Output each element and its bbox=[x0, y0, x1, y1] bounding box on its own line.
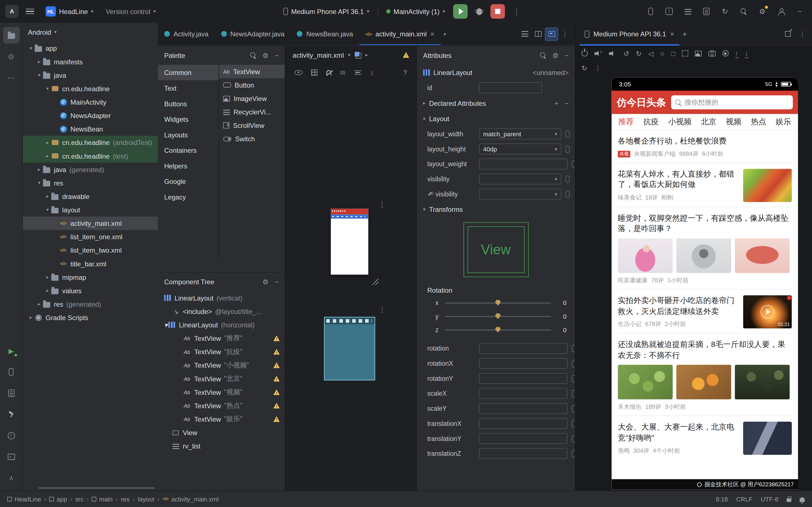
rotate-left-icon[interactable] bbox=[623, 50, 629, 57]
tree-item-textview-2[interactable]: TextView"抗疫" bbox=[158, 345, 285, 358]
debug-button[interactable] bbox=[472, 4, 486, 19]
power-icon[interactable] bbox=[581, 50, 588, 57]
project-view-selector[interactable]: Android bbox=[23, 23, 158, 41]
blueprint-menu-icon[interactable] bbox=[378, 305, 386, 314]
code-mode-button[interactable] bbox=[518, 27, 531, 41]
record-icon[interactable] bbox=[722, 50, 728, 57]
app-tab-beijing[interactable]: 北京 bbox=[701, 117, 716, 126]
hide-icon[interactable] bbox=[565, 52, 569, 59]
tools-attribute-icon[interactable] bbox=[566, 145, 570, 153]
palette-item-imageview[interactable]: ImageView bbox=[219, 92, 285, 105]
project-item-drawable[interactable]: drawable bbox=[23, 190, 158, 203]
palette-category-layouts[interactable]: Layouts bbox=[158, 127, 219, 143]
more-actions-icon[interactable] bbox=[509, 4, 524, 19]
hide-icon[interactable] bbox=[275, 52, 278, 59]
tools-attribute-icon[interactable] bbox=[572, 375, 575, 382]
tree-item-textview-7[interactable]: TextView"娱乐" bbox=[158, 412, 285, 426]
version-control-tool-icon[interactable] bbox=[3, 470, 19, 486]
more-icon[interactable] bbox=[595, 64, 601, 72]
help-icon[interactable] bbox=[403, 68, 407, 76]
close-icon[interactable] bbox=[431, 30, 434, 38]
tree-item-textview-4[interactable]: TextView"北京" bbox=[158, 372, 285, 385]
warning-icon[interactable] bbox=[273, 335, 280, 341]
close-icon[interactable] bbox=[670, 30, 674, 38]
project-item-res[interactable]: res bbox=[23, 176, 158, 189]
slider-thumb[interactable] bbox=[495, 300, 501, 305]
restart-icon[interactable] bbox=[581, 64, 587, 72]
tools-attribute-icon[interactable] bbox=[572, 345, 575, 352]
tab-activity-java[interactable]: Activity.java bbox=[158, 23, 215, 45]
slider-thumb[interactable] bbox=[495, 314, 501, 319]
remove-attribute-icon[interactable] bbox=[565, 99, 569, 107]
breadcrumb-app[interactable]: app bbox=[50, 496, 67, 503]
app-tab-video[interactable]: 视频 bbox=[726, 117, 742, 126]
scaley-input[interactable] bbox=[479, 403, 568, 414]
settings-icon[interactable] bbox=[755, 4, 769, 19]
tab-newsbean-java[interactable]: NewsBean.java bbox=[291, 23, 359, 45]
design-preview[interactable] bbox=[331, 209, 368, 275]
warning-icon[interactable] bbox=[273, 376, 280, 381]
lock-icon[interactable] bbox=[787, 498, 791, 502]
tools-attribute-icon[interactable] bbox=[572, 450, 575, 457]
upload-icon[interactable] bbox=[735, 50, 738, 57]
palette-category-containers[interactable]: Containers bbox=[158, 143, 219, 158]
blueprint-preview[interactable] bbox=[325, 318, 375, 380]
layout-inspector-icon[interactable] bbox=[681, 4, 695, 19]
project-item-newsadapter[interactable]: NewsAdapter bbox=[23, 109, 158, 122]
project-item-package[interactable]: cn.edu.headline bbox=[23, 82, 158, 96]
run-button[interactable] bbox=[453, 4, 468, 19]
chevron-down-icon[interactable] bbox=[348, 52, 350, 58]
tree-item-textview-6[interactable]: TextView"热点" bbox=[158, 399, 285, 412]
app-tab-antiepidemic[interactable]: 抗疫 bbox=[643, 117, 659, 126]
tree-item-textview-1[interactable]: TextView"推荐" bbox=[158, 332, 285, 345]
editor-options-icon[interactable] bbox=[558, 27, 572, 41]
project-item-app[interactable]: app bbox=[23, 41, 158, 55]
breadcrumb-res[interactable]: res bbox=[121, 496, 129, 503]
preview-menu-icon[interactable] bbox=[378, 200, 386, 209]
volume-up-icon[interactable]: + bbox=[595, 50, 602, 57]
snapshot-icon[interactable] bbox=[695, 51, 701, 56]
palette-category-text[interactable]: Text bbox=[158, 80, 219, 96]
tools-attribute-icon[interactable] bbox=[566, 175, 570, 183]
translationy-input[interactable] bbox=[479, 433, 568, 444]
warning-icon[interactable] bbox=[273, 403, 280, 408]
surface-layers-icon[interactable] bbox=[355, 52, 361, 58]
gear-icon[interactable] bbox=[262, 52, 268, 59]
add-device-tab-icon[interactable] bbox=[683, 30, 687, 38]
running-device-tab[interactable]: Medium Phone API 36.1 bbox=[579, 23, 679, 45]
stop-button[interactable] bbox=[491, 4, 505, 19]
chevron-down-icon[interactable] bbox=[423, 116, 426, 121]
rotation-x-slider[interactable] bbox=[445, 302, 551, 303]
camera-icon[interactable] bbox=[708, 51, 715, 57]
search-everywhere-icon[interactable] bbox=[737, 4, 751, 19]
design-mode-button[interactable] bbox=[545, 27, 558, 41]
visibility-select[interactable] bbox=[479, 173, 561, 184]
project-item-manifests[interactable]: manifests bbox=[23, 55, 158, 68]
tree-item-include[interactable]: <include>@layout/title_... bbox=[158, 305, 285, 318]
app-tab-entertainment[interactable]: 娱乐 bbox=[775, 117, 791, 126]
logcat-tool-icon[interactable] bbox=[3, 385, 19, 401]
palette-category-legacy[interactable]: Legacy bbox=[158, 189, 219, 205]
profiler-icon[interactable] bbox=[662, 4, 676, 19]
translationx-input[interactable] bbox=[479, 418, 568, 429]
news-item[interactable]: 花菜有人焯水，有人直接炒，都错了，看饭店大厨如何做 味美食记 18评 刚刚 bbox=[618, 163, 792, 207]
run-configuration-selector[interactable]: MainActivity (1) bbox=[382, 4, 449, 19]
caret-position[interactable]: 8:18 bbox=[716, 496, 728, 503]
tools-attribute-icon[interactable] bbox=[572, 390, 575, 397]
default-margins-icon[interactable] bbox=[340, 70, 345, 75]
project-item-activity-main[interactable]: activity_main.xml bbox=[23, 217, 158, 230]
tools-attribute-icon[interactable] bbox=[572, 360, 575, 367]
breadcrumb-main[interactable]: main bbox=[92, 496, 113, 503]
rotation-z-slider[interactable] bbox=[445, 329, 551, 330]
layout-weight-input[interactable] bbox=[479, 159, 568, 170]
warning-icon[interactable] bbox=[273, 389, 280, 395]
app-tab-hot[interactable]: 热点 bbox=[751, 117, 766, 126]
chevron-right-icon[interactable] bbox=[365, 52, 368, 58]
commit-tool-icon[interactable] bbox=[3, 48, 19, 65]
project-tool-icon[interactable] bbox=[3, 27, 19, 43]
scalex-input[interactable] bbox=[479, 388, 568, 399]
breadcrumb-file[interactable]: activity_main.xml bbox=[163, 496, 219, 503]
project-item-layout[interactable]: layout bbox=[23, 203, 158, 217]
tools-attribute-icon[interactable] bbox=[566, 190, 570, 198]
project-item-list-item-two[interactable]: list_item_two.xml bbox=[23, 243, 158, 257]
